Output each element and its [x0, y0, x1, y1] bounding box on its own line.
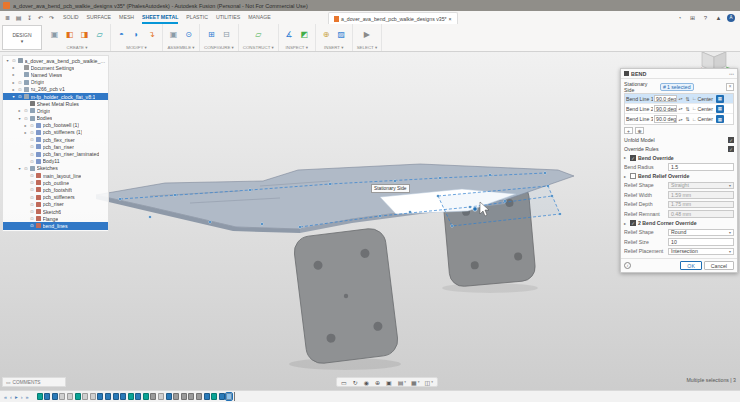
ribbon-group-label[interactable]: CREATE ▾: [67, 44, 88, 51]
bend-line-row[interactable]: Bend Line 3 90.0 deg ▴▾ ⇅ ∟ Center ▦: [625, 114, 733, 124]
expand-arrow-icon[interactable]: ▸: [23, 123, 28, 128]
pan-icon[interactable]: ▭: [339, 379, 350, 386]
timeline-feature[interactable]: [67, 393, 73, 400]
ribbon-tab[interactable]: MESH: [119, 11, 134, 24]
selection-chip[interactable]: # 1 selected: [660, 83, 694, 91]
expand-arrow-icon[interactable]: ▾: [17, 166, 22, 171]
go-to-end-button[interactable]: »: [25, 394, 30, 400]
dialog-title-bar[interactable]: BEND ⋯: [621, 69, 737, 79]
insert-derive-icon[interactable]: ⊕: [320, 28, 333, 41]
tree-item[interactable]: ▾ ⊙ Sketches: [3, 165, 108, 172]
tree-item[interactable]: ⊙ bend_lines: [3, 222, 108, 229]
timeline-feature[interactable]: [75, 393, 81, 400]
ribbon-tab[interactable]: SHEET METAL: [142, 11, 178, 24]
field-value[interactable]: 1.59 mm: [668, 191, 734, 199]
visibility-eye-icon[interactable]: ⊙: [30, 195, 35, 200]
press-pull-icon[interactable]: ◓: [115, 28, 128, 41]
visibility-eye-icon[interactable]: ⊙: [18, 87, 23, 92]
expand-arrow-icon[interactable]: ▸: [17, 108, 22, 113]
viewports-icon[interactable]: ◫ ▾: [423, 379, 435, 386]
convert-to-sheet-metal-icon[interactable]: ◨: [78, 28, 91, 41]
fillet-icon[interactable]: ◗: [130, 28, 143, 41]
ribbon-group-label[interactable]: SELECT ▾: [357, 44, 377, 51]
help-icon[interactable]: ?: [701, 12, 710, 23]
add-selection-button[interactable]: ⊕: [635, 127, 644, 134]
timeline-feature[interactable]: [143, 393, 149, 400]
timeline-feature[interactable]: [90, 393, 96, 400]
document-tab-close-icon[interactable]: ×: [449, 16, 452, 22]
dialog-grip-icon[interactable]: ⋯: [729, 71, 734, 77]
visibility-eye-icon[interactable]: ⊙: [30, 123, 35, 128]
timeline-feature[interactable]: [59, 393, 65, 400]
joint-icon[interactable]: ⊙: [182, 28, 195, 41]
undo-icon[interactable]: ↶: [36, 12, 45, 23]
visibility-eye-icon[interactable]: ⊙: [30, 209, 35, 214]
visibility-eye-icon[interactable]: ⊙: [30, 223, 35, 228]
tree-item[interactable]: ⊙ pcb_fan_riser_laminated: [3, 150, 108, 157]
extensions-icon[interactable]: ⊞: [688, 12, 697, 23]
timeline-feature[interactable]: [188, 393, 194, 400]
timeline-feature[interactable]: [158, 393, 164, 400]
ribbon-tab[interactable]: PLASTIC: [186, 11, 208, 24]
field-value[interactable]: 1.75 mm: [668, 201, 734, 209]
redo-icon[interactable]: ↷: [47, 12, 56, 23]
field-value[interactable]: 10: [668, 238, 734, 246]
visibility-eye-icon[interactable]: ⊙: [18, 80, 23, 85]
visibility-eye-icon[interactable]: ⊙: [24, 166, 29, 171]
visibility-eye-icon[interactable]: ⊙: [30, 144, 35, 149]
visibility-eye-icon[interactable]: ⊙: [18, 94, 23, 99]
timeline-feature[interactable]: [135, 393, 141, 400]
section-expand-icon[interactable]: ▸: [624, 221, 628, 226]
tree-item[interactable]: ⊙ pcb_stiffeners: [3, 194, 108, 201]
visibility-eye-icon[interactable]: ⊙: [30, 130, 35, 135]
visibility-eye-icon[interactable]: ⊙: [30, 137, 35, 142]
timeline-feature[interactable]: [128, 393, 134, 400]
measure-icon[interactable]: ∡: [283, 28, 296, 41]
ribbon-tab[interactable]: MANAGE: [248, 11, 270, 24]
new-component-icon[interactable]: ▣: [48, 28, 61, 41]
tree-item[interactable]: ⊙ main_layout_line: [3, 172, 108, 179]
construct-plane-icon[interactable]: ▱: [252, 28, 265, 41]
look-at-icon[interactable]: ◉: [362, 379, 372, 386]
tree-item[interactable]: ▾ ⊙ a_dover_ava_bend_pcb_walkie_des...: [3, 57, 108, 64]
bend-override-button[interactable]: ▦: [716, 115, 724, 123]
cancel-button[interactable]: Cancel: [704, 261, 734, 270]
visibility-eye-icon[interactable]: ⊙: [30, 159, 35, 164]
expand-arrow-icon[interactable]: ▸: [23, 130, 28, 135]
tree-item[interactable]: ⊙ Flange: [3, 215, 108, 222]
ribbon-group-label[interactable]: CONSTRUCT ▾: [243, 44, 274, 51]
visibility-eye-icon[interactable]: ⊙: [30, 180, 35, 185]
bend-position-select[interactable]: ∟ Center: [692, 116, 715, 122]
play-button[interactable]: ▸: [14, 394, 19, 400]
section-header[interactable]: ▸ 2 Bend Corner Override: [624, 219, 734, 228]
expand-arrow-icon[interactable]: ▸: [11, 72, 16, 77]
ribbon-group-label[interactable]: CONFIGURE ▾: [204, 44, 234, 51]
expand-arrow-icon[interactable]: ▸: [11, 65, 16, 70]
visibility-eye-icon[interactable]: ⊙: [30, 187, 35, 192]
section-expand-icon[interactable]: ▸: [624, 174, 628, 179]
timeline-feature[interactable]: [166, 393, 172, 400]
tree-item[interactable]: ▾ ⊙ Bodies: [3, 115, 108, 122]
timeline-feature[interactable]: [173, 393, 179, 400]
timeline-feature[interactable]: [226, 393, 232, 400]
create-flange-icon[interactable]: ◧: [63, 28, 76, 41]
field-value[interactable]: 1.5: [668, 163, 734, 171]
flip-direction-icon[interactable]: ⇅: [684, 116, 691, 122]
bend-position-select[interactable]: ∟ Center: [692, 96, 715, 102]
timeline-feature[interactable]: [97, 393, 103, 400]
bend-line-row[interactable]: Bend Line 1 90.0 deg ▴▾ ⇅ ∟ Center ▦: [625, 94, 733, 104]
visibility-eye-icon[interactable]: ⊙: [30, 202, 35, 207]
expand-arrow-icon[interactable]: ▸: [11, 80, 16, 85]
timeline-feature[interactable]: [44, 393, 50, 400]
notifications-icon[interactable]: ▲: [714, 12, 723, 23]
tree-item[interactable]: ▸ ⊙ pcb_footwell (1): [3, 122, 108, 129]
document-tab[interactable]: a_dover_ava_bend_pcb_walkie_designs v35*…: [328, 12, 458, 24]
tree-item[interactable]: ▸ ⊙ Origin: [3, 107, 108, 114]
tree-item[interactable]: ⊙ Sketch6: [3, 208, 108, 215]
file-new-icon[interactable]: ▤: [14, 12, 23, 23]
zoom-icon[interactable]: ⊕: [373, 379, 383, 386]
timeline-feature[interactable]: [204, 393, 210, 400]
flip-direction-icon[interactable]: ⇅: [684, 106, 691, 112]
visibility-eye-icon[interactable]: ⊙: [30, 152, 35, 157]
angle-stepper[interactable]: ▴▾: [678, 96, 683, 101]
